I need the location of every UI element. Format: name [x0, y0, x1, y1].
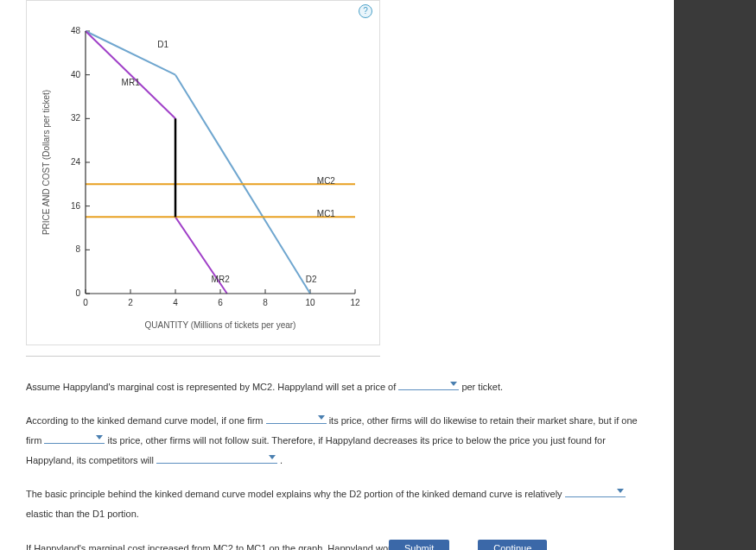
svg-text:MC1: MC1 [317, 209, 336, 218]
svg-text:MC2: MC2 [317, 176, 336, 186]
svg-text:D1: D1 [157, 40, 168, 49]
svg-text:MR1: MR1 [122, 78, 141, 87]
text: The basic principle behind the kinked de… [26, 489, 565, 499]
svg-text:40: 40 [71, 70, 81, 79]
paragraph-3: The basic principle behind the kinked de… [26, 484, 648, 524]
chevron-down-icon [318, 415, 325, 420]
svg-text:24: 24 [71, 157, 81, 167]
svg-text:PRICE AND COST (Dollars per ti: PRICE AND COST (Dollars per ticket) [41, 90, 51, 235]
question-text: Assume Happyland's marginal cost is repr… [26, 377, 648, 550]
text: According to the kinked demand curve mod… [26, 415, 266, 426]
paragraph-2: According to the kinked demand curve mod… [26, 411, 648, 471]
dropdown-firm-action-2[interactable] [44, 432, 105, 444]
content-area: ? 024681012081624324048D1MR1MR2D2MC2MC1Q… [0, 0, 674, 550]
chart: 024681012081624324048D1MR1MR2D2MC2MC1QUA… [35, 22, 372, 333]
svg-text:48: 48 [71, 26, 81, 35]
footer-buttons: Submit Continue [0, 538, 674, 550]
dropdown-competitors[interactable] [156, 452, 277, 464]
chart-card: ? 024681012081624324048D1MR1MR2D2MC2MC1Q… [26, 0, 380, 345]
paragraph-1: Assume Happyland's marginal cost is repr… [26, 377, 648, 397]
help-icon[interactable]: ? [359, 4, 372, 18]
svg-text:8: 8 [75, 244, 80, 254]
svg-text:32: 32 [71, 113, 81, 123]
svg-text:6: 6 [218, 298, 223, 307]
svg-text:QUANTITY (Millions of tickets : QUANTITY (Millions of tickets per year) [145, 320, 296, 330]
svg-text:10: 10 [305, 298, 315, 307]
chevron-down-icon [269, 455, 276, 459]
text: per ticket. [461, 382, 503, 392]
divider [26, 356, 380, 357]
text: its price, other firms will not follow s… [26, 435, 606, 465]
chevron-down-icon [450, 382, 457, 386]
continue-button[interactable]: Continue [478, 540, 547, 550]
svg-text:2: 2 [128, 298, 133, 307]
submit-button[interactable]: Submit [389, 540, 449, 550]
dropdown-elasticity[interactable] [565, 485, 626, 497]
text: elastic than the D1 portion. [26, 509, 139, 519]
text: . [280, 455, 283, 465]
text: Assume Happyland's marginal cost is repr… [26, 382, 398, 392]
svg-text:D2: D2 [306, 275, 317, 284]
chevron-down-icon [96, 435, 103, 439]
svg-text:MR2: MR2 [212, 275, 231, 284]
svg-text:16: 16 [71, 201, 81, 211]
svg-text:4: 4 [173, 298, 178, 307]
svg-text:0: 0 [83, 298, 88, 307]
dropdown-firm-action-1[interactable] [266, 412, 327, 424]
svg-text:8: 8 [263, 298, 268, 307]
right-panel [674, 0, 756, 550]
svg-text:0: 0 [75, 288, 80, 298]
svg-text:12: 12 [350, 298, 360, 307]
dropdown-price[interactable] [398, 378, 459, 390]
chevron-down-icon [617, 489, 624, 493]
